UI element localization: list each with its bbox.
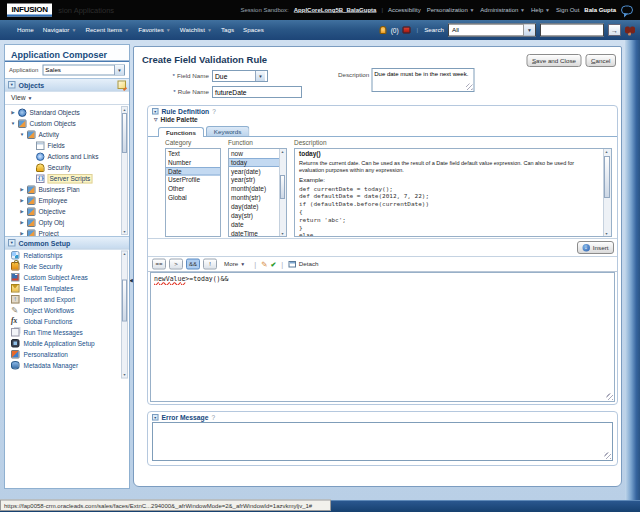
collapse-icon[interactable]: ▼ — [8, 81, 16, 89]
category-item-userprofile[interactable]: UserProfile — [166, 176, 220, 185]
tree-item-business-plan[interactable]: ▶Business Plan — [5, 184, 129, 195]
collapsed-arrow-icon[interactable]: ▶ — [17, 209, 27, 214]
nav-item-home[interactable]: Home — [17, 27, 34, 34]
collapsed-arrow-icon[interactable]: ▶ — [17, 198, 27, 203]
chevron-down-icon[interactable]: ▼ — [523, 25, 535, 36]
tree-item-fields[interactable]: Fields — [5, 140, 129, 151]
scroll-up-icon[interactable]: ▲ — [122, 107, 127, 112]
scroll-down-icon[interactable]: ▼ — [280, 231, 285, 236]
operator-button[interactable]: > — [169, 259, 183, 270]
tree-item-server-scripts[interactable]: Server Scripts — [5, 173, 129, 184]
tree-item-employee[interactable]: ▶Employee — [5, 195, 129, 206]
function-item-today[interactable]: today — [229, 158, 286, 167]
tree-item-actions-and-links[interactable]: Actions and Links — [5, 151, 129, 162]
collapsed-arrow-icon[interactable]: ▶ — [8, 110, 18, 115]
tree-item-opty-obj[interactable]: ▶Opty Obj — [5, 217, 129, 228]
tree-item-standard-objects[interactable]: ▶Standard Objects — [5, 107, 129, 118]
operator-button[interactable]: == — [152, 259, 166, 270]
insert-button[interactable]: Insert — [577, 241, 614, 254]
category-item-date[interactable]: Date — [166, 167, 220, 176]
flag-icon[interactable] — [403, 27, 411, 34]
nav-item-watchlist[interactable]: Watchlist▼ — [180, 27, 212, 34]
validate-icon[interactable]: ✔ — [270, 261, 276, 268]
advanced-search-icon[interactable] — [625, 27, 630, 34]
operator-button[interactable]: ! — [203, 259, 217, 270]
tab-functions[interactable]: Functions — [158, 127, 204, 137]
scrollbar-thumb[interactable] — [122, 280, 127, 322]
common-setup-accordion-header[interactable]: ▼ Common Setup — [5, 236, 129, 250]
category-item-text[interactable]: Text — [166, 149, 220, 158]
resize-grip[interactable] — [607, 394, 614, 401]
edit-note-icon[interactable] — [118, 81, 127, 90]
nav-item-spaces[interactable]: Spaces — [243, 27, 264, 34]
nav-item-navigator[interactable]: Navigator▼ — [43, 27, 77, 34]
field-name-select[interactable]: Due▼ — [212, 70, 268, 82]
function-item-date[interactable]: date — [229, 220, 286, 229]
category-item-number[interactable]: Number — [166, 158, 220, 167]
help-icon[interactable]: ? — [212, 108, 216, 116]
scrollbar-thumb[interactable] — [122, 113, 127, 153]
top-link-sign-out[interactable]: Sign Out — [556, 7, 579, 14]
detach-button[interactable]: Detach — [288, 261, 318, 268]
tab-keywords[interactable]: Keywords — [206, 126, 249, 136]
setup-scrollbar[interactable]: ▲ ▼ — [121, 251, 128, 379]
scroll-up-icon[interactable]: ▲ — [604, 149, 609, 154]
expanded-arrow-icon[interactable]: ▼ — [8, 121, 18, 126]
setup-item-custom-subject-areas[interactable]: Custom Subject Areas — [5, 272, 129, 283]
collapse-icon[interactable]: ▼ — [8, 239, 16, 247]
function-item-daydate[interactable]: day(date) — [229, 202, 286, 211]
tree-item-project[interactable]: ▶Project — [5, 228, 129, 236]
scroll-down-icon[interactable]: ▼ — [604, 231, 609, 236]
setup-item-import-and-export[interactable]: Import and Export — [5, 294, 129, 305]
tree-item-objective[interactable]: ▶Objective — [5, 206, 129, 217]
category-item-global[interactable]: Global — [166, 193, 220, 202]
collapsed-arrow-icon[interactable]: ▶ — [17, 231, 27, 236]
top-link-help[interactable]: Help ▼ — [531, 7, 550, 14]
function-item-now[interactable]: now — [229, 149, 286, 158]
chevron-down-icon[interactable]: ▼ — [114, 65, 124, 75]
top-link-personalization[interactable]: Personalization ▼ — [427, 7, 475, 14]
expression-editor[interactable]: newValue>=today()&& — [150, 272, 615, 402]
view-menu[interactable]: View — [11, 94, 26, 102]
rule-name-input[interactable]: futureDate — [212, 86, 302, 98]
operator-button[interactable]: && — [186, 259, 200, 270]
scroll-up-icon[interactable]: ▲ — [122, 252, 127, 257]
nav-item-tags[interactable]: Tags — [221, 27, 234, 34]
resize-grip[interactable] — [605, 453, 612, 460]
notifications-bell-icon[interactable] — [380, 26, 387, 34]
collapsed-arrow-icon[interactable]: ▶ — [17, 187, 27, 192]
nav-item-favorites[interactable]: Favorites▼ — [138, 27, 171, 34]
search-input[interactable] — [540, 24, 604, 37]
nav-item-recent-items[interactable]: Recent Items▼ — [85, 27, 129, 34]
hide-palette-toggle[interactable]: ▽ Hide Palette — [148, 115, 617, 124]
tree-item-custom-objects[interactable]: ▼Custom Objects — [5, 118, 129, 129]
more-menu[interactable]: More▼ — [224, 261, 245, 268]
expanded-arrow-icon[interactable]: ▼ — [17, 132, 27, 137]
save-and-close-button[interactable]: Save and Close — [526, 54, 581, 67]
scroll-down-icon[interactable]: ▼ — [122, 373, 127, 378]
objects-accordion-header[interactable]: ▼ Objects — [5, 78, 129, 92]
description-textarea[interactable]: Due date must be in the next week. — [371, 68, 474, 92]
edit-pencil-icon[interactable]: ✎ — [261, 260, 267, 268]
chevron-down-icon[interactable]: ▼ — [255, 71, 265, 81]
function-item-yeardate[interactable]: year(date) — [229, 167, 286, 176]
session-sandbox-link[interactable]: ApplCoreLong5B_BalaGupta — [294, 7, 377, 14]
setup-item-mobile-application-setup[interactable]: Mobile Application Setup — [5, 338, 129, 349]
function-item-dateTime[interactable]: dateTime — [229, 229, 286, 237]
setup-item-object-workflows[interactable]: Object Workflows — [5, 305, 129, 316]
function-item-monthstr[interactable]: month(str) — [229, 193, 286, 202]
scroll-down-icon[interactable]: ▼ — [122, 229, 127, 234]
setup-item-global-functions[interactable]: Global Functions — [5, 316, 129, 327]
description-scrollbar[interactable]: ▲ ▼ — [603, 149, 611, 236]
tree-item-security[interactable]: Security — [5, 162, 129, 173]
function-item-daystr[interactable]: day(str) — [229, 211, 286, 220]
function-item-yearstr[interactable]: year(str) — [229, 176, 286, 185]
search-go-button[interactable]: → — [608, 24, 621, 36]
resize-grip[interactable] — [466, 84, 473, 91]
scroll-up-icon[interactable]: ▲ — [280, 149, 285, 154]
setup-item-role-security[interactable]: Role Security — [5, 261, 129, 272]
setup-item-run-time-messages[interactable]: Run Time Messages — [5, 327, 129, 338]
setup-item-relationships[interactable]: Relationships — [5, 250, 129, 261]
setup-item-metadata-manager[interactable]: Metadata Manager — [5, 360, 129, 371]
chat-icon[interactable] — [621, 6, 633, 15]
